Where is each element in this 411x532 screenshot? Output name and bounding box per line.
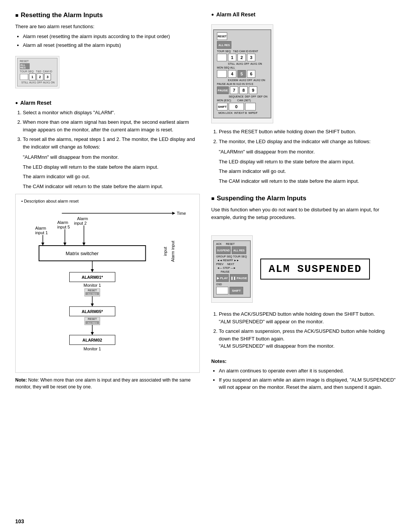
alarm-all-reset-title: Alarm All Reset [211, 11, 396, 18]
svg-text:Matrix switcher: Matrix switcher [66, 251, 99, 256]
alarm-reset-title: Alarm Reset [15, 100, 200, 106]
aar-subitems: "ALARMnn" will disappear from the monito… [219, 148, 396, 185]
notes-list: An alarm continues to operate even after… [219, 367, 396, 391]
resetting-title: Resetting the Alarm Inputs [15, 11, 200, 19]
svg-text:Monitor 1: Monitor 1 [84, 283, 101, 288]
suspending-title: Suspending the Alarm Inputs [211, 195, 396, 202]
svg-text:ALL RES: ALL RES [88, 293, 97, 295]
svg-text:ALL RES: ALL RES [88, 322, 97, 324]
suspend-step-2: To cancel alarm suspension, press the AC… [219, 328, 396, 350]
bottom-note: Note: Note: When more than one alarm is … [15, 377, 200, 390]
page-number: 103 [15, 518, 24, 524]
sub-item-4: The CAM indicator will return to the sta… [23, 183, 200, 190]
svg-marker-35 [91, 332, 94, 335]
svg-text:input 1: input 1 [35, 230, 48, 235]
keypad-image-top: RESET ALL RES TOUR SEQ T&D CAM ID 1 2 3 [15, 56, 59, 88]
diagram-container: • Description about alarm reset Time Ala… [15, 194, 200, 373]
suspend-steps: Press the ACK/SUSPEND button while holdi… [219, 310, 396, 350]
step-3: To reset all the alarms, repeat steps 1 … [23, 136, 200, 150]
sub-item-2: The LED display will return to the state… [23, 163, 200, 171]
suspend-step-1-sub: "ALM SUSPENDED" will appear on the monit… [219, 319, 324, 324]
alarm-all-reset-steps: Press the RESET button while holding dow… [219, 128, 396, 145]
bullet-item: Alarm reset (resetting the alarm inputs … [23, 33, 200, 40]
aar-sub-1: "ALARMnn" will disappear from the monito… [219, 148, 396, 156]
svg-text:input 5: input 5 [57, 225, 70, 229]
note-content: Note: When more than one alarm is input … [15, 377, 191, 390]
note-item-2: If you suspend an alarm while an alarm i… [219, 376, 396, 391]
aar-step-1: Press the RESET button while holding dow… [219, 128, 396, 136]
step-2: When more than one alarm signal has been… [23, 118, 200, 133]
spacer-3 [211, 353, 396, 358]
keypad-image-right: RESET ALL RES TOUR SEQ T&D CAM ID EVENT … [211, 24, 273, 123]
intro-text: There are two alarm reset functions: [15, 23, 200, 30]
svg-marker-27 [91, 304, 94, 307]
svg-text:ALARM05*: ALARM05* [81, 309, 103, 314]
svg-text:ALARM02: ALARM02 [83, 338, 102, 342]
diagram-svg: Time Alarm input 1 Alarm input 5 Alarm i… [21, 208, 194, 367]
sub-item-3: The alarm indicator will go out. [23, 173, 200, 181]
svg-text:input 2: input 2 [74, 221, 87, 225]
note-item-1: An alarm continues to operate even after… [219, 367, 396, 375]
bullet-item: Alarm all reset (resetting all the alarm… [23, 42, 200, 49]
alarm-reset-steps: Select a monitor which displays "ALARM".… [23, 109, 200, 151]
svg-text:Alarm: Alarm [57, 220, 68, 225]
step-1: Select a monitor which displays "ALARM". [23, 109, 200, 117]
svg-text:Alarm: Alarm [77, 216, 88, 221]
notes-label: Notes: [211, 358, 396, 365]
svg-marker-18 [91, 269, 94, 272]
diagram-note: • Description about alarm reset [21, 198, 194, 204]
right-column: Alarm All Reset RESET ALL RES TOUR SEQ T… [211, 11, 396, 394]
left-column: Resetting the Alarm Inputs There are two… [15, 11, 200, 394]
spacer-1 [211, 187, 396, 195]
svg-text:input: input [163, 247, 167, 256]
aar-sub-4: The CAM indicator will return to the sta… [219, 177, 396, 185]
suspend-intro: Use this function when you do not want t… [211, 206, 396, 221]
svg-marker-12 [64, 243, 67, 246]
suspend-step-1: Press the ACK/SUSPEND button while holdi… [219, 310, 396, 325]
bullet-list: Alarm reset (resetting the alarm inputs … [23, 33, 200, 49]
spacer-2 [211, 223, 396, 228]
svg-marker-10 [41, 243, 45, 246]
aar-sub-3: The alarm indicator will go out. [219, 168, 396, 175]
svg-text:Monitor 1: Monitor 1 [84, 347, 101, 351]
suspend-keypad: ACK RESET SUSPEND ALL RES GROUP SEQ TOUR… [211, 235, 253, 303]
svg-text:Time: Time [177, 211, 186, 216]
step3-subitems: "ALARMnn" will disappear from the monito… [23, 153, 200, 190]
note-label: Note: [15, 377, 27, 383]
svg-marker-1 [172, 212, 175, 215]
suspend-display-row: ACK RESET SUSPEND ALL RES GROUP SEQ TOUR… [211, 232, 396, 307]
aar-sub-2: The LED display will return to the state… [219, 158, 396, 166]
alm-suspended-display: ALM SUSPENDED [260, 259, 370, 280]
aar-step-2: The monitor, the LED display and the ind… [219, 138, 396, 145]
sub-item-1: "ALARMnn" will disappear from the monito… [23, 153, 200, 161]
svg-text:Alarm input: Alarm input [170, 241, 175, 262]
svg-text:RESET: RESET [88, 318, 97, 320]
suspend-step-2-sub: "ALM SUSPENDED" will disappear from the … [219, 343, 335, 349]
svg-text:Alarm: Alarm [35, 226, 46, 230]
svg-text:RESET: RESET [88, 289, 97, 292]
svg-text:ALARM01*: ALARM01* [81, 275, 103, 280]
page-container: Resetting the Alarm Inputs There are two… [15, 11, 396, 394]
svg-marker-14 [83, 243, 86, 246]
